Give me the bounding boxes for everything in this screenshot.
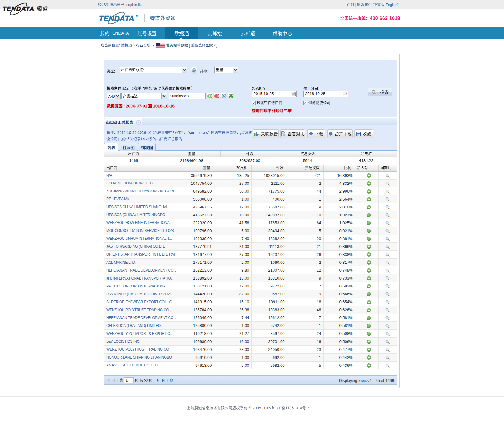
svg-text:TENDATA: TENDATA <box>99 14 135 22</box>
svg-text:?: ? <box>223 94 225 98</box>
svg-text:?: ? <box>193 69 195 72</box>
svg-text:TENDATA: TENDATA <box>2 5 35 12</box>
svg-text:TM: TM <box>134 15 138 18</box>
